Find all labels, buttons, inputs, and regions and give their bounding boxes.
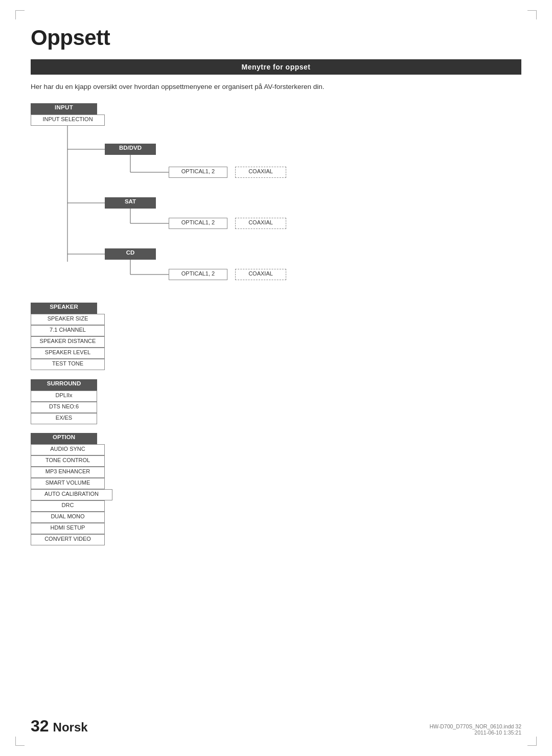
option-label: OPTION: [31, 433, 97, 444]
speaker-label: SPEAKER: [31, 303, 97, 314]
test-tone-label: TEST TONE: [31, 359, 105, 370]
corner-mark-tr: [527, 10, 537, 19]
menu-diagram: INPUT INPUT SELECTION BD/DVD OPTICAL1, 2: [31, 103, 521, 493]
speaker-distance-label: SPEAKER DISTANCE: [31, 336, 105, 348]
convert-video-label: CONVERT VIDEO: [31, 534, 105, 545]
bd-dvd-label: BD/DVD: [105, 144, 156, 155]
bd-dvd-coaxial: COAXIAL: [235, 167, 286, 178]
intro-text: Her har du en kjapp oversikt over hvorda…: [31, 82, 521, 92]
sat-coaxial: COAXIAL: [235, 218, 286, 229]
input-selection-label: INPUT SELECTION: [31, 114, 105, 126]
corner-mark-tl: [15, 10, 25, 19]
dual-mono-label: DUAL MONO: [31, 512, 105, 523]
footer-file: HW-D700_D770S_NOR_0610.indd 32: [429, 723, 521, 729]
cd-label: CD: [105, 248, 156, 260]
cd-coaxial: COAXIAL: [235, 269, 286, 280]
auto-calibration-label: AUTO CALIBRATION: [31, 489, 112, 500]
diagram-svg: INPUT INPUT SELECTION BD/DVD OPTICAL1, 2: [31, 103, 399, 492]
speaker-level-label: SPEAKER LEVEL: [31, 348, 105, 359]
footer-info: HW-D700_D770S_NOR_0610.indd 32 2011-06-1…: [429, 723, 521, 736]
corner-mark-br: [527, 737, 537, 746]
page-footer: 32 Norsk HW-D700_D770S_NOR_0610.indd 32 …: [31, 717, 521, 736]
page-number: 32: [31, 717, 49, 736]
tone-control-label: TONE CONTROL: [31, 455, 105, 467]
bd-dvd-optical: OPTICAL1, 2: [169, 167, 227, 178]
page-number-block: 32 Norsk: [31, 717, 88, 736]
page-word: Norsk: [53, 720, 88, 735]
dts-neo6-label: DTS NEO:6: [31, 402, 97, 413]
dpliix-label: DPLIIx: [31, 391, 97, 402]
hdmi-setup-label: HDMI SETUP: [31, 523, 105, 534]
drc-label: DRC: [31, 500, 105, 512]
exes-label: EX/ES: [31, 413, 97, 424]
sat-label: SAT: [105, 197, 156, 209]
audio-sync-label: AUDIO SYNC: [31, 444, 105, 455]
smart-volume-label: SMART VOLUME: [31, 478, 105, 489]
corner-mark-bl: [15, 737, 25, 746]
cd-optical: OPTICAL1, 2: [169, 269, 227, 280]
speaker-size-label: SPEAKER SIZE: [31, 314, 105, 325]
surround-label: SURROUND: [31, 379, 97, 391]
section-header: Menytre for oppset: [31, 59, 521, 75]
page: Oppsett Menytre for oppset Her har du en…: [0, 0, 552, 756]
channel-71-label: 7.1 CHANNEL: [31, 325, 105, 336]
mp3-enhancer-label: MP3 ENHANCER: [31, 467, 105, 478]
page-title: Oppsett: [31, 26, 521, 50]
input-label: INPUT: [31, 103, 97, 114]
sat-optical: OPTICAL1, 2: [169, 218, 227, 229]
footer-date: 2011-06-10 1:35:21: [429, 729, 521, 736]
